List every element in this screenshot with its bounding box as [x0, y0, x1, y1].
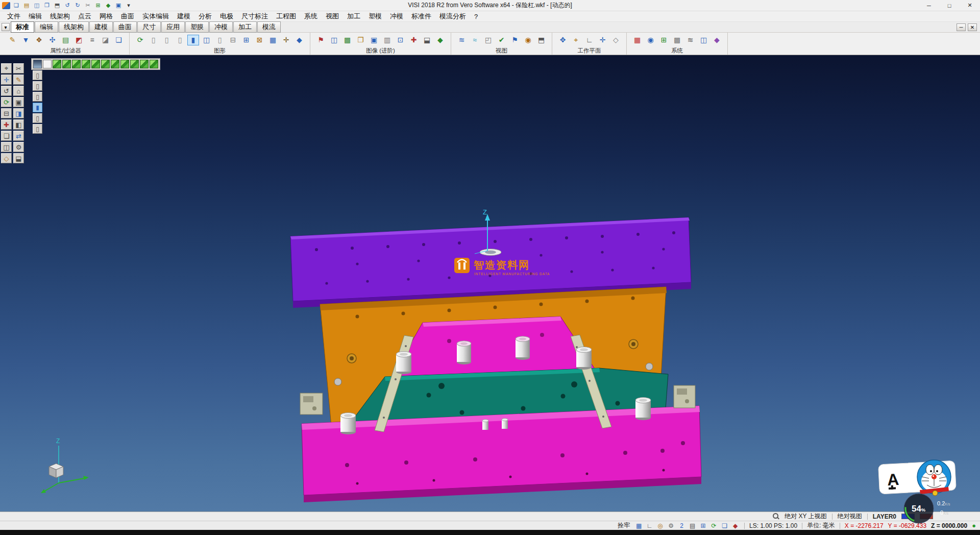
- attr-linetype-icon[interactable]: ≡: [86, 35, 98, 45]
- view-left-icon[interactable]: [91, 60, 100, 68]
- palette-slot-3-icon[interactable]: ▯: [33, 92, 42, 102]
- view-check-icon[interactable]: ✔: [496, 35, 507, 45]
- workplane-free-icon[interactable]: ◇: [610, 35, 622, 45]
- grid-toggle-icon[interactable]: ⊞: [699, 522, 707, 529]
- palette-slot-5-icon[interactable]: ▯: [33, 113, 42, 123]
- workplane-move-icon[interactable]: ✥: [557, 35, 569, 45]
- gem-render-icon[interactable]: ◆: [434, 35, 446, 45]
- workbench-tab-1[interactable]: 编辑: [35, 21, 58, 33]
- viewport-config-icon[interactable]: [33, 60, 42, 68]
- view-front-icon[interactable]: [72, 60, 81, 68]
- view-target-icon[interactable]: ◉: [522, 35, 534, 45]
- attr-pen-icon[interactable]: ✎: [7, 35, 18, 45]
- workplane-angle-icon[interactable]: ∟: [583, 35, 595, 45]
- windows-taskbar[interactable]: [0, 530, 980, 535]
- tab-more-button[interactable]: ▾: [2, 23, 10, 31]
- attr-filter-icon[interactable]: ▼: [20, 35, 32, 45]
- trim-icon[interactable]: ✂: [13, 63, 24, 74]
- palette-slot-1-icon[interactable]: ▯: [33, 70, 42, 80]
- view-bottom-icon[interactable]: [111, 60, 119, 68]
- view-dynamic-icon[interactable]: [150, 60, 158, 68]
- palette-slot-4-icon[interactable]: ▮: [33, 103, 42, 112]
- child-close-button[interactable]: ✕: [968, 23, 977, 31]
- half-section-icon[interactable]: ◧: [13, 119, 24, 130]
- remove-entity-icon[interactable]: ⊟: [227, 35, 239, 45]
- search-icon[interactable]: [773, 513, 779, 520]
- box-tool-icon[interactable]: ⬓: [13, 153, 24, 163]
- snapshot-icon[interactable]: ❐: [355, 35, 366, 45]
- cube-icon[interactable]: ◆: [104, 2, 113, 10]
- shadow-icon[interactable]: ▥: [381, 35, 393, 45]
- copy-view-icon[interactable]: ❏: [1, 131, 12, 141]
- cylinder-3-icon[interactable]: ▯: [174, 35, 186, 45]
- paint-icon[interactable]: ◆: [731, 522, 740, 529]
- viewport-3d[interactable]: Z: [0, 55, 980, 512]
- sys-iso-icon[interactable]: ◆: [711, 35, 723, 45]
- regen-icon[interactable]: ⟳: [134, 35, 146, 45]
- menu-item-4[interactable]: 网格: [95, 11, 117, 22]
- hide-icon[interactable]: ⊟: [1, 108, 12, 118]
- helper-2-icon[interactable]: 2: [677, 522, 686, 529]
- menu-item-10[interactable]: 尺寸标注: [237, 11, 272, 22]
- workbench-tab-9[interactable]: 加工: [233, 21, 257, 33]
- workbench-tab-7[interactable]: 塑膜: [185, 21, 209, 33]
- monitor-icon[interactable]: ▣: [114, 2, 123, 10]
- add-icon[interactable]: ✚: [1, 119, 12, 130]
- attr-eraser-icon[interactable]: ◪: [100, 35, 111, 45]
- qat-more-icon[interactable]: ▾: [124, 2, 133, 10]
- lock-toggle-label[interactable]: 拴牢: [618, 521, 630, 530]
- home-view-icon[interactable]: ⌂: [13, 86, 24, 96]
- osnap-icon[interactable]: ◎: [656, 522, 665, 529]
- menu-item-2[interactable]: 线架构: [46, 11, 74, 22]
- sys-palette-icon[interactable]: ▦: [631, 35, 643, 45]
- box-select-icon[interactable]: ⊠: [254, 35, 265, 45]
- solid-icon[interactable]: ◆: [293, 35, 305, 45]
- quality-icon[interactable]: ▣: [368, 35, 380, 45]
- select-icon[interactable]: ⌖: [1, 63, 12, 74]
- menu-item-13[interactable]: 视图: [322, 11, 343, 22]
- hidden-line-icon[interactable]: ▯: [214, 35, 226, 45]
- undo-icon[interactable]: ↺: [63, 2, 72, 10]
- light-icon[interactable]: ⊡: [395, 35, 406, 45]
- workbench-tab-4[interactable]: 曲面: [113, 21, 137, 33]
- menu-item-6[interactable]: 实体编辑: [138, 11, 173, 22]
- view-mode-label[interactable]: 绝对 XY 上视图: [785, 512, 826, 521]
- settings-icon[interactable]: ⚙: [13, 142, 24, 152]
- sys-grid-icon[interactable]: ⊞: [658, 35, 670, 45]
- menu-item-1[interactable]: 编辑: [24, 11, 46, 22]
- view-back-icon[interactable]: [101, 60, 110, 68]
- snap-grid-icon[interactable]: ▦: [634, 522, 643, 529]
- menu-item-8[interactable]: 分析: [194, 11, 216, 22]
- point-icon[interactable]: ✛: [280, 35, 292, 45]
- print-icon[interactable]: ⬒: [53, 2, 62, 10]
- view-half-icon[interactable]: ⬒: [535, 35, 547, 45]
- snap-icon[interactable]: ✛: [1, 75, 12, 85]
- wireframe-icon[interactable]: ◫: [201, 35, 212, 45]
- gear-icon[interactable]: ⚙: [667, 522, 675, 529]
- view-pane-icon[interactable]: ◰: [482, 35, 494, 45]
- child-minimize-button[interactable]: ─: [957, 23, 966, 31]
- menu-item-9[interactable]: 电极: [216, 11, 237, 22]
- menu-item-5[interactable]: 曲面: [117, 11, 138, 22]
- save-icon[interactable]: ◫: [32, 2, 41, 10]
- attr-match-icon[interactable]: ✣: [46, 35, 58, 45]
- sketch-icon[interactable]: ✎: [13, 75, 24, 85]
- attr-brush-icon[interactable]: ❖: [33, 35, 45, 45]
- menu-item-18[interactable]: 模流分析: [435, 11, 470, 22]
- view-wave-icon[interactable]: ≋: [456, 35, 468, 45]
- background-icon[interactable]: ⬓: [421, 35, 433, 45]
- cylinder-1-icon[interactable]: ▯: [148, 35, 159, 45]
- section-icon[interactable]: ◨: [13, 108, 24, 118]
- workbench-tab-5[interactable]: 尺寸: [137, 21, 161, 33]
- open-folder-icon[interactable]: ▤: [22, 2, 31, 10]
- add-entity-icon[interactable]: ⊞: [240, 35, 252, 45]
- diamond-tool-icon[interactable]: ◇: [1, 153, 12, 163]
- printer-icon[interactable]: ▤: [688, 522, 697, 529]
- maximize-button[interactable]: □: [939, 0, 960, 11]
- desktop-assistant-widget[interactable]: A 54%: [877, 457, 980, 529]
- minimize-button[interactable]: ─: [919, 0, 939, 11]
- attr-layer-icon[interactable]: ▤: [60, 35, 71, 45]
- palette-slot-6-icon[interactable]: ▯: [33, 124, 42, 134]
- redo-icon[interactable]: ↻: [73, 2, 82, 10]
- close-button[interactable]: ✕: [960, 0, 980, 11]
